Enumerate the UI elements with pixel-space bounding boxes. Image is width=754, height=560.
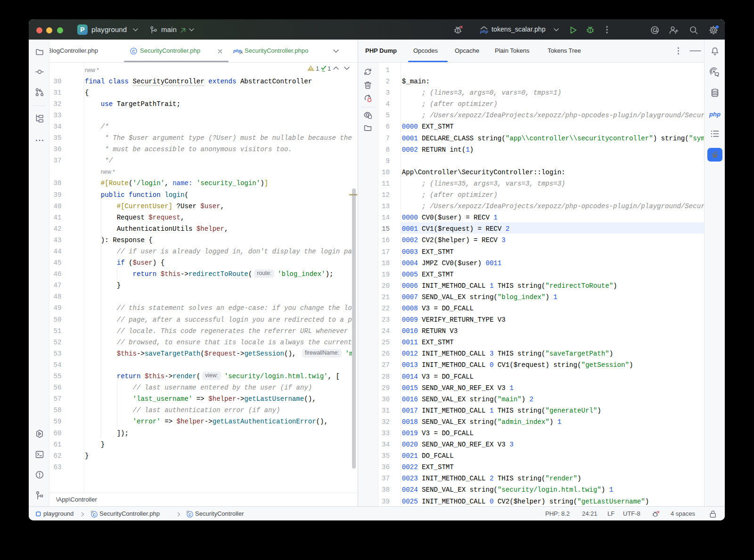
svg-text:php: php	[480, 29, 489, 34]
svg-text:C: C	[93, 512, 96, 517]
svg-text:1: 1	[328, 65, 331, 72]
svg-text:C: C	[188, 512, 191, 517]
svg-text:C: C	[132, 49, 135, 54]
svg-text:php: php	[709, 111, 721, 118]
svg-text:php: php	[233, 48, 242, 53]
svg-text:1: 1	[316, 65, 319, 72]
